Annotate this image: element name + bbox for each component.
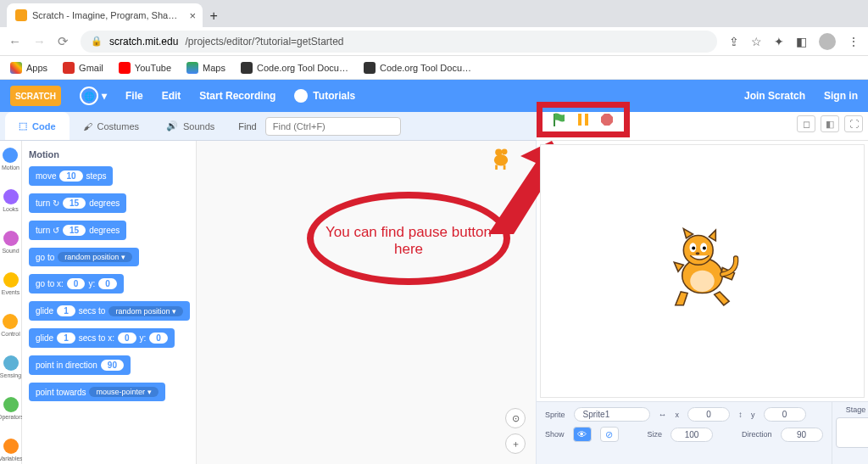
tab-sounds[interactable]: 🔊Sounds: [153, 112, 228, 140]
grid-icon: [241, 62, 253, 74]
tab-title: Scratch - Imagine, Program, Sha…: [32, 10, 177, 20]
share-icon[interactable]: ⇪: [729, 35, 739, 48]
bookmark-maps[interactable]: Maps: [186, 62, 225, 74]
green-flag-icon[interactable]: [552, 112, 567, 127]
tab-favicon: [15, 9, 27, 21]
svg-point-2: [502, 148, 508, 154]
show-hidden-button[interactable]: ⊘: [600, 427, 619, 442]
block-turn-right[interactable]: turn ↻15degrees: [29, 193, 126, 213]
block-point-direction[interactable]: point in direction90: [29, 355, 131, 375]
zoom-in-icon[interactable]: ＋: [505, 433, 526, 454]
annotation-text: You can find pause button here: [314, 224, 504, 259]
tab-close-icon[interactable]: ×: [190, 9, 197, 22]
block-glide-xy[interactable]: glide1secs to x:0y:0: [29, 328, 175, 348]
find-box: Find: [238, 117, 400, 136]
script-canvas[interactable]: You can find pause button here ⊙ ＋: [197, 141, 536, 464]
sprite-x-field[interactable]: 0: [687, 407, 730, 422]
svg-rect-7: [585, 114, 588, 126]
small-stage-icon[interactable]: ◻: [797, 115, 815, 132]
lock-icon: 🔒: [91, 36, 103, 47]
bookmarks-bar: Apps Gmail YouTube Maps Code.org Tool Do…: [0, 56, 868, 80]
nav-signin[interactable]: Sign in: [824, 90, 858, 102]
nav-forward-icon[interactable]: →: [33, 34, 46, 48]
dot-icon: [3, 439, 19, 454]
cat-looks[interactable]: Looks: [3, 189, 19, 212]
svg-point-15: [703, 247, 706, 250]
find-input[interactable]: [265, 117, 401, 136]
kebab-menu-icon[interactable]: ⋮: [848, 35, 860, 48]
sprite-info-panel: Sprite Sprite1 ↔ x 0 ↕ y 0 Show 👁 ⊘ Size…: [537, 401, 868, 464]
profile-avatar-icon[interactable]: [819, 33, 836, 50]
sprite-y-field[interactable]: 0: [764, 407, 806, 422]
nav-reload-icon[interactable]: ⟳: [58, 34, 69, 49]
nav-back-icon[interactable]: ←: [8, 34, 21, 48]
bookmark-apps[interactable]: Apps: [10, 62, 47, 74]
tab-code[interactable]: ⬚Code: [5, 112, 70, 140]
show-label: Show: [545, 430, 565, 439]
fullscreen-icon[interactable]: ⛶: [844, 115, 863, 132]
svg-point-13: [692, 247, 695, 250]
reading-list-icon[interactable]: ◧: [796, 35, 807, 48]
bookmark-codeorg-1[interactable]: Code.org Tool Docu…: [241, 62, 348, 74]
speaker-icon: 🔊: [166, 120, 178, 131]
block-turn-left[interactable]: turn ↺15degrees: [29, 221, 126, 240]
nav-start-recording[interactable]: Start Recording: [199, 90, 275, 102]
cat-control[interactable]: Control: [1, 314, 20, 337]
cat-operators[interactable]: Operators: [0, 397, 24, 420]
svg-point-0: [494, 154, 508, 166]
new-tab-button[interactable]: +: [203, 5, 225, 27]
block-point-towards[interactable]: point towardsmouse-pointer ▾: [29, 383, 165, 401]
large-stage-icon[interactable]: ◧: [821, 115, 839, 132]
nav-edit[interactable]: Edit: [162, 90, 181, 102]
svg-rect-3: [495, 165, 498, 169]
sprite-size-field[interactable]: 100: [670, 428, 713, 442]
url-field[interactable]: 🔒 scratch.mit.edu/projects/editor/?tutor…: [81, 31, 717, 53]
find-label: Find: [238, 121, 256, 131]
bookmark-gmail[interactable]: Gmail: [63, 62, 103, 74]
language-selector[interactable]: 🌐▾: [80, 87, 107, 105]
scratch-cat-sprite[interactable]: [662, 227, 743, 315]
stage-thumbnail-panel[interactable]: Stage: [832, 402, 868, 464]
apps-icon: [10, 62, 22, 74]
block-goto-random[interactable]: go torandom position ▾: [29, 248, 139, 266]
address-bar: ← → ⟳ 🔒 scratch.mit.edu/projects/editor/…: [0, 27, 868, 56]
show-visible-button[interactable]: 👁: [573, 427, 592, 442]
bookmark-youtube[interactable]: YouTube: [119, 62, 171, 74]
chevron-down-icon: ▾: [102, 90, 107, 102]
sprite-name-field[interactable]: Sprite1: [574, 407, 650, 422]
stage-thumbnail[interactable]: [836, 417, 868, 448]
nav-tutorials[interactable]: Tutorials: [294, 89, 355, 103]
cat-events[interactable]: Events: [2, 272, 19, 295]
sprite-direction-field[interactable]: 90: [781, 428, 823, 442]
svg-point-16: [696, 252, 700, 254]
block-goto-xy[interactable]: go to x:0y:0: [29, 274, 124, 293]
cat-motion[interactable]: Motion: [2, 148, 19, 171]
scratch-logo[interactable]: SCRATCH: [10, 86, 61, 106]
youtube-icon: [119, 62, 131, 74]
nav-file[interactable]: File: [125, 90, 143, 102]
annotation-highlight-box: [537, 102, 630, 137]
dot-icon: [3, 148, 18, 163]
pause-icon[interactable]: [576, 112, 591, 127]
cat-sensing[interactable]: Sensing: [0, 355, 21, 378]
extension-icons: ⇪ ☆ ✦ ◧ ⋮: [729, 33, 860, 50]
dot-icon: [3, 314, 18, 329]
browser-tab[interactable]: Scratch - Imagine, Program, Sha… ×: [7, 3, 203, 27]
stage-canvas[interactable]: [540, 144, 865, 398]
zoom-target-icon[interactable]: ⊙: [505, 408, 526, 428]
stop-icon[interactable]: [599, 112, 615, 127]
sprite-thumbnail-icon: [487, 144, 515, 173]
extensions-icon[interactable]: ✦: [774, 35, 784, 48]
tab-costumes[interactable]: 🖌Costumes: [70, 112, 153, 140]
bookmark-codeorg-2[interactable]: Code.org Tool Docu…: [364, 62, 471, 74]
cat-variables[interactable]: Variables: [0, 439, 23, 461]
bookmark-star-icon[interactable]: ☆: [751, 35, 762, 48]
nav-join[interactable]: Join Scratch: [744, 90, 805, 102]
y-arrows-icon: ↕: [738, 410, 743, 419]
cat-sound[interactable]: Sound: [2, 231, 19, 254]
svg-point-10: [690, 271, 714, 292]
block-move-steps[interactable]: move10steps: [29, 166, 113, 186]
block-glide-random[interactable]: glide1secs torandom position ▾: [29, 301, 190, 321]
stage-size-controls: ◻ ◧ ⛶: [797, 115, 863, 132]
lightbulb-icon: [294, 89, 308, 103]
